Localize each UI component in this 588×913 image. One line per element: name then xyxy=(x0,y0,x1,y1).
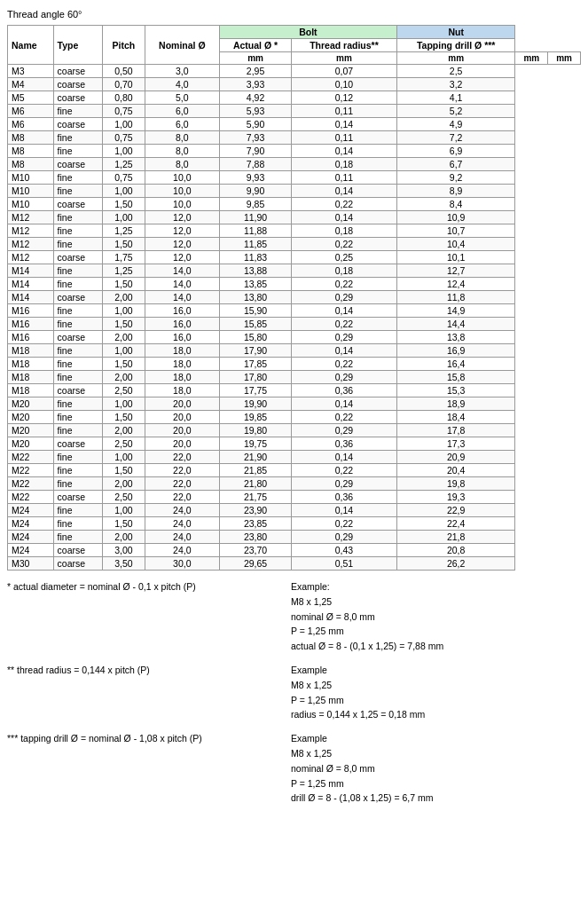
cell-nominal: 10,0 xyxy=(145,198,219,211)
cell-name: M8 xyxy=(8,145,54,158)
cell-actual: 19,80 xyxy=(219,424,291,437)
cell-name: M4 xyxy=(8,78,54,91)
table-row: M14coarse2,0014,013,800,2911,8 xyxy=(8,291,581,304)
cell-type: coarse xyxy=(53,91,103,105)
cell-radius: 0,43 xyxy=(292,544,397,557)
table-row: M22fine1,5022,021,850,2220,4 xyxy=(8,464,581,477)
col-header-type: Type xyxy=(53,26,103,65)
thread-angle: Thread angle 60° xyxy=(7,9,581,20)
cell-tapping: 17,3 xyxy=(396,437,515,451)
example-label-3: Example xyxy=(291,731,581,746)
cell-radius: 0,14 xyxy=(292,451,397,464)
note-text-1: * actual diameter = nominal Ø - 0,1 x pi… xyxy=(7,579,291,654)
thread-table: Name Type Pitch Nominal Ø Bolt Nut Actua… xyxy=(7,25,581,571)
cell-type: coarse xyxy=(53,65,103,78)
cell-name: M22 xyxy=(8,477,54,491)
cell-name: M18 xyxy=(8,358,54,371)
table-row: M8fine1,008,07,900,146,9 xyxy=(8,145,581,158)
cell-radius: 0,29 xyxy=(292,531,397,544)
cell-type: fine xyxy=(53,504,103,517)
note-row-2: ** thread radius = 0,144 x pitch (P)Exam… xyxy=(7,663,581,722)
cell-radius: 0,51 xyxy=(292,557,397,571)
cell-actual: 5,93 xyxy=(219,105,291,118)
cell-actual: 15,90 xyxy=(219,304,291,318)
cell-tapping: 17,8 xyxy=(396,424,515,437)
cell-radius: 0,22 xyxy=(292,318,397,331)
note-text-2: ** thread radius = 0,144 x pitch (P) xyxy=(7,663,291,722)
cell-actual: 13,88 xyxy=(219,264,291,278)
cell-actual: 29,65 xyxy=(219,557,291,571)
cell-radius: 0,36 xyxy=(292,491,397,504)
table-row: M30coarse3,5030,029,650,5126,2 xyxy=(8,557,581,571)
cell-tapping: 5,2 xyxy=(396,105,515,118)
table-row: M24fine1,5024,023,850,2222,4 xyxy=(8,517,581,531)
cell-pitch: 1,50 xyxy=(103,411,145,424)
cell-tapping: 10,7 xyxy=(396,224,515,238)
cell-type: coarse xyxy=(53,251,103,264)
cell-actual: 11,88 xyxy=(219,224,291,238)
cell-radius: 0,12 xyxy=(292,91,397,105)
unit-actual: mm xyxy=(396,52,515,65)
table-row: M18coarse2,5018,017,750,3615,3 xyxy=(8,384,581,397)
cell-pitch: 2,00 xyxy=(103,531,145,544)
cell-actual: 17,75 xyxy=(219,384,291,397)
unit-tapping: mm xyxy=(548,52,581,65)
cell-tapping: 8,9 xyxy=(396,185,515,198)
cell-pitch: 2,00 xyxy=(103,291,145,304)
cell-name: M22 xyxy=(8,491,54,504)
cell-tapping: 15,8 xyxy=(396,371,515,384)
cell-name: M8 xyxy=(8,131,54,145)
cell-tapping: 20,4 xyxy=(396,464,515,477)
cell-radius: 0,22 xyxy=(292,358,397,371)
example-line-1-2: P = 1,25 mm xyxy=(291,624,581,639)
table-row: M16coarse2,0016,015,800,2913,8 xyxy=(8,331,581,344)
note-text-3: *** tapping drill Ø = nominal Ø - 1,08 x… xyxy=(7,731,291,806)
cell-radius: 0,11 xyxy=(292,131,397,145)
cell-type: coarse xyxy=(53,491,103,504)
cell-tapping: 15,3 xyxy=(396,384,515,397)
cell-name: M18 xyxy=(8,344,54,358)
cell-pitch: 1,25 xyxy=(103,264,145,278)
group-bolt: Bolt xyxy=(219,26,396,39)
cell-actual: 23,70 xyxy=(219,544,291,557)
cell-type: coarse xyxy=(53,437,103,451)
cell-pitch: 2,50 xyxy=(103,437,145,451)
cell-actual: 2,95 xyxy=(219,65,291,78)
cell-radius: 0,29 xyxy=(292,291,397,304)
example-line-1-1: nominal Ø = 8,0 mm xyxy=(291,610,581,625)
cell-radius: 0,25 xyxy=(292,251,397,264)
cell-name: M6 xyxy=(8,105,54,118)
cell-radius: 0,22 xyxy=(292,198,397,211)
cell-type: coarse xyxy=(53,291,103,304)
cell-tapping: 19,8 xyxy=(396,477,515,491)
cell-pitch: 1,00 xyxy=(103,397,145,411)
note-example-3: ExampleM8 x 1,25nominal Ø = 8,0 mmP = 1,… xyxy=(291,731,581,806)
cell-name: M10 xyxy=(8,198,54,211)
cell-tapping: 4,9 xyxy=(396,118,515,131)
cell-tapping: 20,8 xyxy=(396,544,515,557)
cell-nominal: 22,0 xyxy=(145,491,219,504)
table-row: M8coarse1,258,07,880,186,7 xyxy=(8,158,581,171)
cell-type: fine xyxy=(53,358,103,371)
cell-radius: 0,29 xyxy=(292,331,397,344)
cell-nominal: 4,0 xyxy=(145,78,219,91)
cell-radius: 0,11 xyxy=(292,105,397,118)
cell-tapping: 6,7 xyxy=(396,158,515,171)
cell-name: M8 xyxy=(8,158,54,171)
cell-actual: 17,85 xyxy=(219,358,291,371)
cell-tapping: 10,9 xyxy=(396,211,515,224)
table-row: M4coarse0,704,03,930,103,2 xyxy=(8,78,581,91)
cell-name: M24 xyxy=(8,531,54,544)
cell-actual: 21,90 xyxy=(219,451,291,464)
cell-pitch: 3,00 xyxy=(103,544,145,557)
cell-type: fine xyxy=(53,131,103,145)
example-line-3-2: P = 1,25 mm xyxy=(291,776,581,791)
cell-radius: 0,22 xyxy=(292,517,397,531)
table-row: M12fine1,5012,011,850,2210,4 xyxy=(8,238,581,251)
cell-pitch: 2,00 xyxy=(103,331,145,344)
cell-nominal: 10,0 xyxy=(145,185,219,198)
cell-actual: 11,83 xyxy=(219,251,291,264)
unit-nominal: mm xyxy=(292,52,397,65)
table-row: M5coarse0,805,04,920,124,1 xyxy=(8,91,581,105)
example-line-3-1: nominal Ø = 8,0 mm xyxy=(291,761,581,776)
